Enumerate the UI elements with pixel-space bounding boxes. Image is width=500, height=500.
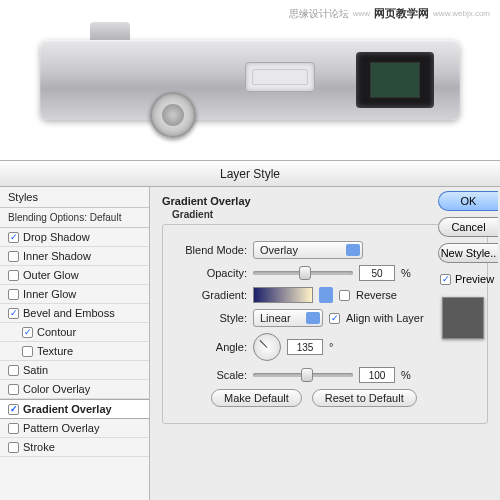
- opacity-pct: %: [401, 267, 411, 279]
- new-style-button[interactable]: New Style..: [438, 243, 498, 263]
- dialog-title: Layer Style: [0, 161, 500, 187]
- camera-flash-icon: [245, 62, 315, 92]
- blend-mode-select[interactable]: Overlay: [253, 241, 363, 259]
- sidebar-header[interactable]: Styles: [0, 187, 149, 208]
- sidebar-item-label: Gradient Overlay: [23, 403, 112, 415]
- blend-mode-label: Blend Mode:: [175, 244, 247, 256]
- scale-value[interactable]: 100: [359, 367, 395, 383]
- watermark-cn1: 思缘设计论坛: [289, 7, 349, 21]
- sidebar-item-label: Texture: [37, 345, 73, 357]
- sidebar-checkbox[interactable]: [8, 404, 19, 415]
- sidebar-checkbox[interactable]: [8, 308, 19, 319]
- sidebar-item-pattern-overlay[interactable]: Pattern Overlay: [0, 419, 149, 438]
- sidebar-checkbox[interactable]: [8, 232, 19, 243]
- make-default-button[interactable]: Make Default: [211, 389, 302, 407]
- angle-label: Angle:: [175, 341, 247, 353]
- sidebar-checkbox[interactable]: [8, 270, 19, 281]
- watermark-sep: www: [353, 9, 370, 18]
- sidebar-item-label: Stroke: [23, 441, 55, 453]
- sidebar-checkbox[interactable]: [22, 346, 33, 357]
- sidebar-item-label: Contour: [37, 326, 76, 338]
- sidebar-item-color-overlay[interactable]: Color Overlay: [0, 380, 149, 399]
- sidebar-item-inner-shadow[interactable]: Inner Shadow: [0, 247, 149, 266]
- camera-body: [40, 40, 460, 120]
- sidebar-item-label: Drop Shadow: [23, 231, 90, 243]
- reverse-label: Reverse: [356, 289, 397, 301]
- sidebar-item-label: Outer Glow: [23, 269, 79, 281]
- sidebar-item-bevel-and-emboss[interactable]: Bevel and Emboss: [0, 304, 149, 323]
- sidebar-item-label: Bevel and Emboss: [23, 307, 115, 319]
- sidebar-item-label: Inner Glow: [23, 288, 76, 300]
- sidebar-item-stroke[interactable]: Stroke: [0, 438, 149, 457]
- sidebar-item-label: Pattern Overlay: [23, 422, 99, 434]
- opacity-value[interactable]: 50: [359, 265, 395, 281]
- sidebar-checkbox[interactable]: [22, 327, 33, 338]
- scale-slider[interactable]: [253, 373, 353, 377]
- scale-pct: %: [401, 369, 411, 381]
- align-label: Align with Layer: [346, 312, 424, 324]
- ok-button[interactable]: OK: [438, 191, 498, 211]
- camera-dial-icon: [150, 92, 196, 138]
- cancel-button[interactable]: Cancel: [438, 217, 498, 237]
- sidebar-subheader[interactable]: Blending Options: Default: [0, 208, 149, 228]
- sidebar-item-outer-glow[interactable]: Outer Glow: [0, 266, 149, 285]
- sidebar-item-drop-shadow[interactable]: Drop Shadow: [0, 228, 149, 247]
- opacity-label: Opacity:: [175, 267, 247, 279]
- preview-checkbox[interactable]: [440, 274, 451, 285]
- angle-dial[interactable]: [253, 333, 281, 361]
- sidebar-checkbox[interactable]: [8, 289, 19, 300]
- scale-label: Scale:: [175, 369, 247, 381]
- sidebar-item-gradient-overlay[interactable]: Gradient Overlay: [0, 399, 149, 419]
- style-label: Style:: [175, 312, 247, 324]
- sidebar-checkbox[interactable]: [8, 251, 19, 262]
- dialog-right-column: OK Cancel New Style.. Preview: [438, 191, 500, 339]
- align-checkbox[interactable]: [329, 313, 340, 324]
- gradient-dropdown-icon[interactable]: [319, 287, 333, 303]
- reverse-checkbox[interactable]: [339, 290, 350, 301]
- gradient-label: Gradient:: [175, 289, 247, 301]
- sidebar-checkbox[interactable]: [8, 442, 19, 453]
- sidebar-item-satin[interactable]: Satin: [0, 361, 149, 380]
- sidebar-item-contour[interactable]: Contour: [0, 323, 149, 342]
- angle-deg: °: [329, 341, 333, 353]
- camera-viewfinder-icon: [356, 52, 434, 108]
- styles-sidebar: Styles Blending Options: Default Drop Sh…: [0, 187, 150, 500]
- gradient-swatch[interactable]: [253, 287, 313, 303]
- watermark: 思缘设计论坛 www 网页教学网 www.webjx.com: [289, 6, 490, 21]
- preview-swatch: [442, 297, 484, 339]
- sidebar-checkbox[interactable]: [8, 365, 19, 376]
- sidebar-item-label: Satin: [23, 364, 48, 376]
- sidebar-item-inner-glow[interactable]: Inner Glow: [0, 285, 149, 304]
- sidebar-checkbox[interactable]: [8, 384, 19, 395]
- watermark-url: www.webjx.com: [433, 9, 490, 18]
- opacity-slider[interactable]: [253, 271, 353, 275]
- angle-value[interactable]: 135: [287, 339, 323, 355]
- preview-label: Preview: [455, 273, 494, 285]
- reset-default-button[interactable]: Reset to Default: [312, 389, 417, 407]
- sidebar-checkbox[interactable]: [8, 423, 19, 434]
- camera-illustration: [0, 0, 500, 160]
- watermark-cn2: 网页教学网: [374, 6, 429, 21]
- sidebar-item-label: Color Overlay: [23, 383, 90, 395]
- opacity-thumb[interactable]: [299, 266, 311, 280]
- style-select[interactable]: Linear: [253, 309, 323, 327]
- sidebar-item-texture[interactable]: Texture: [0, 342, 149, 361]
- scale-thumb[interactable]: [301, 368, 313, 382]
- sidebar-item-label: Inner Shadow: [23, 250, 91, 262]
- layer-style-dialog: Layer Style Styles Blending Options: Def…: [0, 160, 500, 500]
